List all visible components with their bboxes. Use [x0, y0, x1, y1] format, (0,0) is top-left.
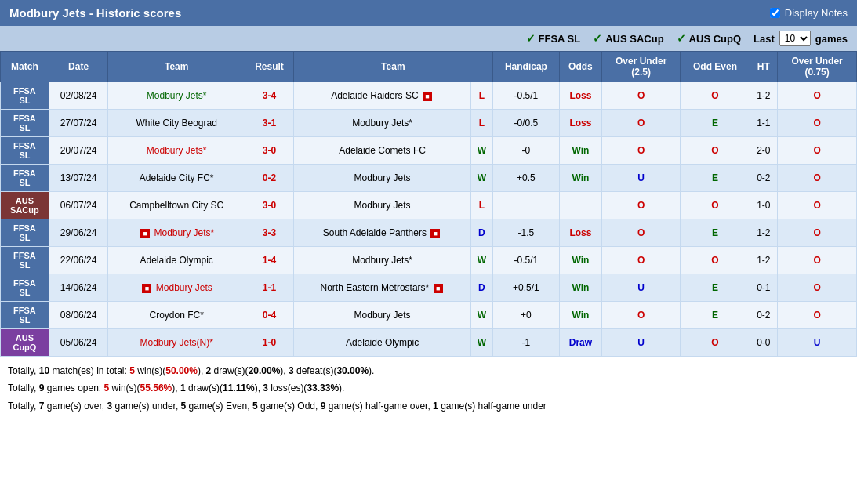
display-notes-area: Display Notes	[770, 7, 848, 19]
odds-value: Win	[572, 145, 589, 156]
ht-cell: 0-2	[750, 302, 778, 329]
team2-name: Modbury Jets	[354, 200, 411, 211]
outcome-value: L	[479, 200, 485, 211]
outcome-value: W	[478, 337, 486, 348]
score-cell: 1-1	[245, 274, 294, 302]
date-cell: 13/07/24	[49, 165, 107, 192]
ou075-value: O	[813, 227, 820, 238]
team2-name: Adelaide Comets FC	[339, 145, 426, 156]
ou075-value: O	[813, 90, 820, 101]
ou25-value: O	[637, 90, 645, 101]
odds-cell: Win	[560, 302, 602, 329]
team2-cell: Modbury Jets*	[293, 247, 470, 274]
odds-cell: Win	[560, 247, 602, 274]
table-row: FFSASL22/06/24Adelaide Olympic1-4Modbury…	[1, 247, 857, 274]
ou25-value: U	[637, 337, 645, 348]
match-type-cell: FFSASL	[1, 274, 49, 302]
oe-cell: O	[681, 192, 750, 219]
ou25-cell: O	[601, 302, 681, 329]
outcome-cell: L	[471, 82, 493, 110]
footer-line3: Totally, 7 game(s) over, 3 game(s) under…	[8, 398, 849, 414]
score-value: 0-4	[263, 310, 276, 321]
date-cell: 22/06/24	[49, 247, 107, 274]
col-team2: Team	[293, 52, 492, 82]
oe-value: E	[712, 310, 718, 321]
handicap-cell: -0.5/1	[492, 82, 559, 110]
last-label: Last	[754, 33, 775, 45]
outcome-cell: W	[471, 165, 493, 192]
date-cell: 20/07/24	[49, 137, 107, 165]
team2-name: Adelaide Raiders SC	[331, 90, 418, 101]
display-notes-label[interactable]: Display Notes	[785, 7, 848, 19]
odds-cell: Draw	[560, 329, 602, 357]
ou075-value: O	[813, 118, 820, 129]
aus-cupq-filter[interactable]: ✓ AUS CupQ	[677, 32, 741, 45]
ou075-value: O	[813, 145, 820, 156]
aus-cupq-check-icon: ✓	[677, 32, 686, 45]
ht-cell: 1-2	[750, 247, 778, 274]
outcome-cell: W	[471, 247, 493, 274]
odds-cell: Loss	[560, 82, 602, 110]
oe-cell: O	[681, 247, 750, 274]
outcome-value: W	[478, 172, 486, 183]
filter-bar: ✓ FFSA SL ✓ AUS SACup ✓ AUS CupQ Last 10…	[0, 26, 857, 51]
ou25-value: O	[637, 227, 645, 238]
aus-sacup-filter[interactable]: ✓ AUS SACup	[593, 32, 663, 45]
odds-value: Loss	[569, 90, 591, 101]
footer-stats: Totally, 10 match(es) in total: 5 win(s)…	[0, 357, 857, 422]
match-type-cell: FFSASL	[1, 247, 49, 274]
date-cell: 05/06/24	[49, 329, 107, 357]
odds-value: Loss	[569, 227, 591, 238]
ou075-value: O	[813, 200, 820, 211]
date-cell: 27/07/24	[49, 110, 107, 137]
outcome-value: L	[479, 90, 485, 101]
score-value: 3-3	[263, 227, 276, 238]
ou075-value: U	[814, 337, 821, 348]
table-row: FFSASL08/06/24Croydon FC*0-4Modbury Jets…	[1, 302, 857, 329]
oe-cell: E	[681, 165, 750, 192]
odds-value: Win	[572, 255, 589, 266]
team2-cell: Adelaide Comets FC	[293, 137, 470, 165]
score-value: 3-1	[263, 118, 276, 129]
ou25-cell: U	[601, 274, 681, 302]
oe-value: E	[712, 227, 718, 238]
odds-cell: Loss	[560, 219, 602, 247]
col-match: Match	[1, 52, 49, 82]
handicap-cell: -0	[492, 137, 559, 165]
ou25-value: U	[637, 282, 645, 293]
ht-cell: 1-1	[750, 110, 778, 137]
aus-sacup-label: AUS SACup	[605, 33, 663, 45]
display-notes-checkbox[interactable]	[770, 8, 780, 18]
ou075-cell: O	[778, 274, 857, 302]
team1-name: Modbury Jets*	[154, 227, 215, 238]
oe-cell: E	[681, 219, 750, 247]
scores-table-container: Match Date Team Result Team Handicap Odd…	[0, 51, 857, 357]
ffsa-check-icon: ✓	[526, 32, 536, 45]
ffsa-sl-filter[interactable]: ✓ FFSA SL	[526, 32, 581, 45]
table-row: AUSSACup06/07/24Campbelltown City SC3-0M…	[1, 192, 857, 219]
table-row: FFSASL27/07/24White City Beograd3-1Modbu…	[1, 110, 857, 137]
team1-name: Modbury Jets*	[147, 90, 207, 101]
score-value: 3-0	[263, 145, 276, 156]
ou075-cell: O	[778, 192, 857, 219]
ou25-cell: O	[601, 137, 681, 165]
ht-cell: 1-2	[750, 82, 778, 110]
ou075-cell: O	[778, 165, 857, 192]
oe-value: O	[711, 90, 718, 101]
outcome-value: W	[478, 255, 486, 266]
col-team1: Team	[108, 52, 245, 82]
ou25-cell: U	[601, 165, 681, 192]
ht-cell: 2-0	[750, 137, 778, 165]
date-cell: 02/08/24	[49, 82, 107, 110]
outcome-cell: L	[471, 192, 493, 219]
ht-cell: 1-0	[750, 192, 778, 219]
oe-cell: E	[681, 110, 750, 137]
team2-name: Modbury Jets	[354, 172, 411, 183]
ou25-cell: O	[601, 219, 681, 247]
team2-name: North Eastern Metrostars*	[321, 282, 430, 293]
score-cell: 3-1	[245, 110, 294, 137]
last-games-select[interactable]: 10 5 15 20	[779, 31, 811, 46]
team1-name: Croydon FC*	[150, 310, 204, 321]
handicap-cell: -0/0.5	[492, 110, 559, 137]
team1-cell: Modbury Jets*	[108, 137, 245, 165]
